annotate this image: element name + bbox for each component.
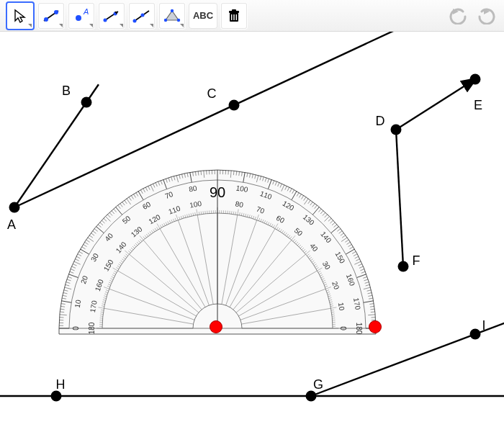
point-label-E: E: [474, 98, 482, 113]
point-label-G: G: [313, 377, 323, 392]
svg-point-3: [76, 15, 81, 21]
svg-point-12: [171, 9, 174, 12]
point-A[interactable]: [9, 202, 20, 213]
svg-point-9: [133, 19, 137, 22]
geometry-canvas[interactable]: 1801701601501401301201101008070605040302…: [0, 32, 504, 432]
svg-text:A: A: [83, 8, 89, 16]
svg-rect-18: [231, 14, 232, 20]
point-label-A: A: [7, 217, 16, 233]
point-label-I: I: [482, 318, 485, 333]
tool-move[interactable]: [6, 1, 35, 30]
point-label-H: H: [56, 377, 66, 392]
svg-point-2: [54, 10, 58, 14]
point-D[interactable]: [391, 125, 402, 135]
protractor-handle-edge[interactable]: [369, 320, 382, 333]
tool-ray[interactable]: [128, 2, 156, 30]
redo-button[interactable]: [474, 4, 498, 28]
svg-point-13: [177, 18, 180, 21]
svg-point-10: [141, 13, 145, 17]
svg-point-14: [164, 18, 167, 21]
svg-rect-19: [233, 14, 234, 20]
point-B[interactable]: [81, 97, 92, 108]
point-C[interactable]: [229, 100, 240, 111]
point-I[interactable]: [470, 329, 481, 340]
point-F[interactable]: [398, 261, 409, 272]
tool-text-label[interactable]: ABC: [189, 3, 217, 29]
point-label-B: B: [62, 84, 71, 99]
tool-segment[interactable]: [98, 2, 125, 30]
point-label-F: F: [413, 253, 420, 269]
tool-text-label-text: ABC: [193, 10, 213, 21]
svg-rect-20: [236, 14, 237, 20]
svg-point-1: [44, 17, 48, 22]
svg-rect-17: [232, 9, 236, 12]
svg-point-6: [104, 18, 107, 22]
points-layer: [0, 32, 504, 432]
tool-point[interactable]: A: [68, 2, 95, 30]
undo-button[interactable]: [446, 4, 471, 28]
tool-polygon[interactable]: [158, 2, 186, 30]
point-label-D: D: [376, 114, 385, 129]
point-G[interactable]: [306, 391, 317, 402]
tool-delete[interactable]: [220, 2, 248, 30]
point-H[interactable]: [51, 391, 62, 402]
point-E[interactable]: [470, 74, 481, 85]
tool-line[interactable]: [37, 2, 65, 30]
protractor-handle-center[interactable]: [210, 320, 222, 333]
toolbar: A ABC: [0, 0, 504, 32]
point-label-C: C: [207, 86, 217, 102]
